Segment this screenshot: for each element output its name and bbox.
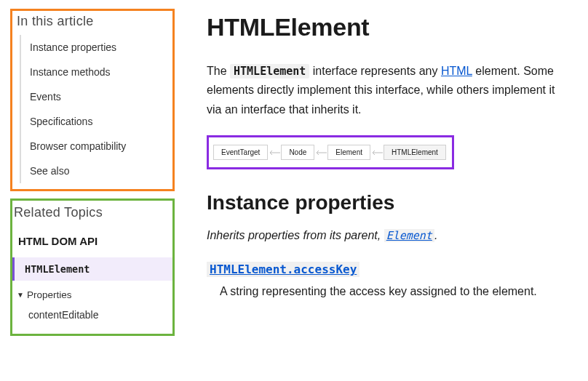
toc-item-see-also[interactable]: See also [21,159,170,183]
intro-text-pre: The [207,65,230,77]
intro-paragraph: The HTMLElement interface represents any… [207,62,568,119]
arrow-left-icon [268,149,281,156]
chain-node-node[interactable]: Node [281,145,314,160]
chain-node-element[interactable]: Element [327,145,370,160]
triangle-down-icon: ▼ [17,291,24,299]
intro-html-link[interactable]: HTML [441,65,472,77]
toc-item-events[interactable]: Events [21,84,170,109]
related-api-link[interactable]: HTML DOM API [12,226,172,254]
section-heading-instance-properties: Instance properties [207,191,568,214]
main-content: HTMLElement The HTMLElement interface re… [182,0,588,381]
related-title: Related Topics [14,205,172,220]
properties-label: Properties [27,289,72,300]
properties-disclosure[interactable]: ▼ Properties [12,284,172,305]
toc-item-browser-compatibility[interactable]: Browser compatibility [21,134,170,159]
chain-node-htmlelement[interactable]: HTMLElement [384,145,446,160]
intro-text-mid: interface represents any [309,65,441,77]
property-description: A string representing the access key ass… [220,282,568,301]
intro-code: HTMLElement [230,64,309,79]
toc-item-instance-properties[interactable]: Instance properties [21,35,170,60]
toc-list: Instance properties Instance methods Eve… [20,35,170,183]
properties-sublist: contentEditable [12,305,172,325]
page-title: HTMLElement [207,13,568,41]
page-root: In this article Instance properties Inst… [0,0,588,381]
arrow-left-icon [314,149,327,156]
inheritance-diagram: EventTarget Node Element HTMLElement [207,135,454,169]
toc-title: In this article [17,14,170,29]
toc-box: In this article Instance properties Inst… [10,9,175,191]
inherits-pre: Inherits properties from its parent, [207,229,384,241]
chain-node-eventtarget[interactable]: EventTarget [213,145,268,160]
property-term: HTMLElement.accessKey [207,262,568,276]
property-list: HTMLElement.accessKey A string represent… [207,262,568,301]
property-accesskey-link[interactable]: HTMLElement.accessKey [207,262,359,277]
inherits-element-link[interactable]: Element [384,229,434,242]
sidebar: In this article Instance properties Inst… [0,0,182,381]
inherits-note: Inherits properties from its parent, Ele… [207,229,568,242]
toc-item-instance-methods[interactable]: Instance methods [21,60,170,84]
related-box: Related Topics HTML DOM API HTMLElement … [10,198,175,336]
sub-item-contenteditable[interactable]: contentEditable [28,305,172,325]
toc-item-specifications[interactable]: Specifications [21,109,170,134]
arrow-left-icon [370,149,384,156]
inherits-post: . [434,229,437,241]
related-current-item[interactable]: HTMLElement [12,257,172,281]
